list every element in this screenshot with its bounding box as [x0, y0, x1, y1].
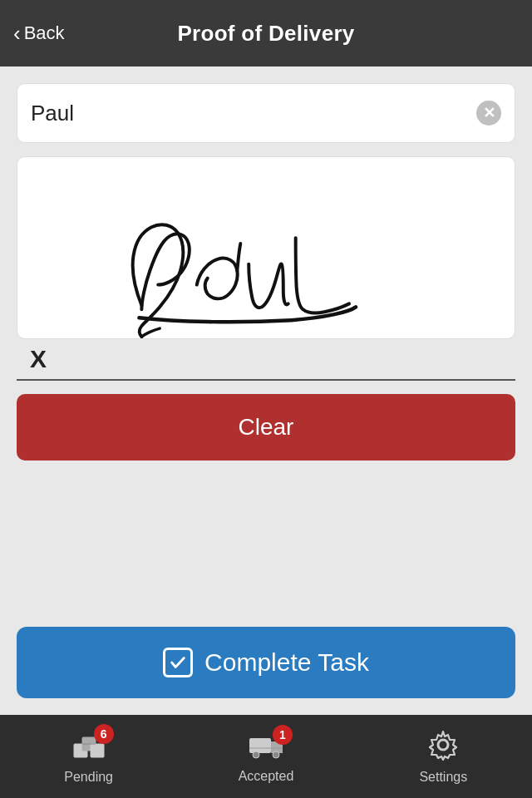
svg-point-7	[273, 751, 279, 758]
accepted-icon: 1	[248, 730, 284, 764]
svg-rect-4	[249, 738, 271, 753]
complete-task-label: Complete Task	[204, 648, 369, 677]
settings-icon	[427, 729, 459, 765]
signature-pad[interactable]	[17, 156, 515, 339]
signature-x-marker: X	[30, 347, 47, 372]
pending-icon: 6	[72, 729, 106, 765]
complete-task-button[interactable]: Complete Task	[17, 627, 515, 698]
signature-baseline: X	[17, 339, 515, 381]
nav-item-settings[interactable]: Settings	[355, 715, 532, 798]
header: ‹ Back Proof of Delivery	[0, 0, 532, 66]
svg-rect-2	[91, 744, 104, 757]
clear-button[interactable]: Clear	[17, 394, 515, 461]
clear-button-label: Clear	[239, 414, 294, 441]
bottom-action-area: Complete Task	[17, 627, 515, 715]
back-button[interactable]: ‹ Back	[13, 22, 65, 44]
accepted-badge: 1	[273, 725, 293, 745]
svg-point-9	[438, 740, 448, 750]
pending-badge: 6	[94, 724, 114, 744]
clear-input-button[interactable]: ✕	[476, 101, 501, 126]
back-label: Back	[24, 22, 65, 44]
spacer	[17, 461, 515, 627]
settings-label: Settings	[419, 770, 467, 785]
page-body: ✕ X Clear	[0, 66, 532, 715]
svg-point-6	[253, 751, 259, 758]
nav-item-accepted[interactable]: 1 Accepted	[177, 715, 354, 798]
nav-item-pending[interactable]: 6 Pending	[0, 715, 177, 798]
page-title: Proof of Delivery	[177, 21, 354, 47]
name-input-wrapper: ✕	[17, 83, 515, 143]
back-arrow-icon: ‹	[13, 22, 21, 44]
bottom-navigation: 6 Pending 1 Accepted Settings	[0, 715, 532, 798]
name-input[interactable]	[31, 101, 476, 126]
complete-task-icon	[163, 648, 193, 677]
signature-image	[17, 157, 515, 338]
pending-label: Pending	[64, 770, 113, 785]
accepted-label: Accepted	[239, 769, 294, 784]
